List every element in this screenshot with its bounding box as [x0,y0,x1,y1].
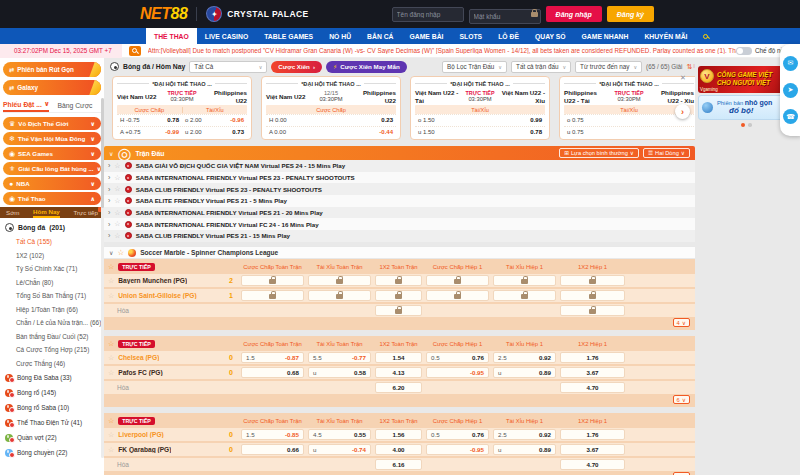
odds-cell[interactable]: u 1.500.78 [415,129,545,135]
odds-cell[interactable]: 1.56 [375,429,422,440]
odds-cell[interactable]: 1.76 [560,352,625,363]
league-row-0[interactable]: ›☆SABA GIẢI VÔ ĐỊCH QUỐC GIA VIỆT NAM Vi… [104,160,695,172]
username-input[interactable] [392,7,464,22]
match-filter-select[interactable]: Bộ Lọc Trận Đấu∨ [442,61,507,73]
odds-cell[interactable]: u-0.74 [308,444,371,455]
odds-cell[interactable] [375,275,422,286]
sidebar-tab-0[interactable]: Phiếu Đặt ...∨ [3,98,49,112]
league-row-4[interactable]: ›☆SABA INTERNATIONAL FRIENDLY Virtual PE… [104,207,695,219]
odds-cell[interactable] [308,275,371,286]
odds-cell[interactable]: 4.70 [560,382,625,393]
star-icon[interactable]: ☆ [108,354,114,362]
odds-cell[interactable] [375,305,422,316]
odds-cell[interactable]: o 1.500.99 [415,117,545,123]
bet-type-item-2[interactable]: Tỷ Số Chính Xác (71) [3,262,101,276]
odds-cell[interactable] [308,290,371,301]
sidebar-sport-item-5[interactable]: Bóng chuyền (22) [3,445,101,460]
all-matches-select[interactable]: Tất cả trận đấu∨ [511,61,571,73]
bet-type-item-5[interactable]: Hiệp 1/Toàn Trận (66) [3,303,101,317]
bet-type-item-1[interactable]: 1X2 (102) [3,249,101,263]
bet-type-item-8[interactable]: Cá Cược Tổng Hợp (215) [3,343,101,357]
league-row-6[interactable]: ›☆SABA CLUB FRIENDLY Virtual PES 21 - 15… [104,230,695,242]
register-button[interactable]: Đăng ký [607,6,654,22]
nav-item-6[interactable]: SLOTS [452,28,491,44]
odds-cell[interactable]: u 2.000.73 [182,129,247,135]
sidebar-sport-item-2[interactable]: Bóng rổ Saba (10) [3,400,101,415]
login-button[interactable]: Đăng nhập [546,6,602,22]
odds-cell[interactable]: 1.5-0.85 [241,429,304,440]
support-icon[interactable]: ☎ [783,109,798,124]
odds-cell[interactable]: 4.50.55 [308,429,371,440]
league-row-3[interactable]: ›☆SABA ELITE FRIENDLY Virtual PES 21 - 5… [104,195,695,207]
odds-cell[interactable]: o 2.00-0.96 [182,117,247,123]
odds-cell[interactable] [241,290,304,301]
time-tab-1[interactable]: Hôm Nay [33,207,60,218]
nav-item-7[interactable]: LÔ ĐỀ [490,28,527,44]
quick-button-1[interactable]: ⇄Galaxy [3,80,101,95]
league-row-5[interactable]: ›☆SABA INTERNATIONAL FRIENDLY Virtual FC… [104,218,695,230]
sidebar-sport-item-4[interactable]: Quần vợt (22) [3,430,101,445]
league-row-1[interactable]: ›☆SABA INTERNATIONAL FRIENDLY Virtual PE… [104,172,695,184]
odds-cell[interactable]: 3.67 [560,444,625,455]
league-row-2[interactable]: ›☆SABA CLUB FRIENDLY Virtual PES 23 - PE… [104,183,695,195]
quick-button-0[interactable]: ⇄Phiên bản Rút Gọn [3,62,101,77]
nav-item-1[interactable]: LIVE CASINO [197,28,256,44]
sidebar-accordion-1[interactable]: ❄Thế Vận Hội Mùa Đông∨ [3,132,101,145]
more-bets-button[interactable]: 6∨ [673,395,690,404]
nav-item-0[interactable]: THỂ THAO [146,28,197,44]
star-icon[interactable]: ☆ [108,340,114,348]
odds-cell[interactable]: u0.58 [308,367,371,378]
star-icon[interactable]: ☆ [114,209,120,217]
odds-cell[interactable]: 2.50.92 [493,429,556,440]
bet-type-select[interactable]: Tất Cả∨ [189,61,267,73]
display-mode-select[interactable]: ⊞Lựa chọn bình thường∨ [559,148,639,158]
dark-mode-toggle[interactable] [736,47,752,55]
star-icon[interactable]: ☆ [108,292,114,300]
ad-close-icon[interactable]: ✕ [680,74,686,82]
star-icon[interactable]: ☆ [108,263,114,271]
nav-item-4[interactable]: BẮN CÁ [359,28,401,44]
sidebar-accordion-0[interactable]: ♛Vô Địch Thế Giới∨ [3,117,101,130]
parlay-button[interactable]: Cược Xiên› [271,61,322,73]
star-icon[interactable]: ☆ [117,248,124,257]
star-icon[interactable]: ☆ [108,417,114,425]
odds-cell[interactable]: 2.50.92 [493,352,556,363]
odds-cell[interactable]: 1.54 [375,352,422,363]
chat-icon[interactable]: ✉ [783,56,798,71]
odds-cell[interactable]: -0.95 [426,367,489,378]
nav-item-2[interactable]: TABLE GAMES [256,28,321,44]
odds-cell[interactable]: 6.20 [375,382,422,393]
star-icon[interactable]: ☆ [108,277,114,285]
star-icon[interactable]: ☆ [108,369,114,377]
nav-item-5[interactable]: GAME BÀI [402,28,452,44]
odds-cell[interactable] [493,290,556,301]
collapse-icon[interactable]: ∨ [109,150,113,157]
odds-cell[interactable]: 4.00 [375,444,422,455]
announcement-search-icon[interactable] [129,46,141,56]
section-header-0[interactable]: ∨☆Soccer Marble - Spinner Champions Leag… [104,246,695,259]
sidebar-accordion-4[interactable]: ●NBA∨ [3,177,101,190]
bet-type-item-4[interactable]: Tổng Số Bàn Thắng (71) [3,289,101,303]
odds-cell[interactable]: H -0.750.78 [117,117,182,123]
nav-item-8[interactable]: QUAY SỐ [527,28,574,44]
odds-cell[interactable]: -0.95 [426,444,489,455]
odds-cell[interactable]: A 0.00-0.44 [266,129,396,135]
odds-cell[interactable]: u0.89 [493,367,556,378]
odds-cell[interactable]: 6.16 [375,459,422,470]
odds-cell[interactable] [241,275,304,286]
sidebar-accordion-3[interactable]: ⚜Giải Cầu lông Bát hùng ...∨ [3,162,101,175]
odds-cell[interactable]: 5.5-0.77 [308,352,371,363]
featured-match-card-0[interactable]: *ĐẠI HỘI THỂ THAO ...Việt Nam U22TRỰC TI… [112,76,252,140]
odds-cell[interactable] [493,275,556,286]
sidebar-sport-item-0[interactable]: Bóng Đá Saba (33) [3,370,101,385]
bet-type-item-7[interactable]: Bàn thắng Đầu/ Cuối (52) [3,330,101,344]
odds-cell[interactable] [560,290,625,301]
odds-cell[interactable]: 1.76 [560,429,625,440]
sidebar-item-football[interactable]: Bóng đá (201) [3,218,101,235]
star-icon[interactable]: ☆ [114,232,120,240]
odds-cell[interactable]: 0.68 [241,367,304,378]
odds-cell[interactable] [560,275,625,286]
odds-cell[interactable]: u 0.75 [564,129,694,135]
odds-cell[interactable]: 0.50.76 [426,352,489,363]
odds-cell[interactable]: 3.67 [560,367,625,378]
